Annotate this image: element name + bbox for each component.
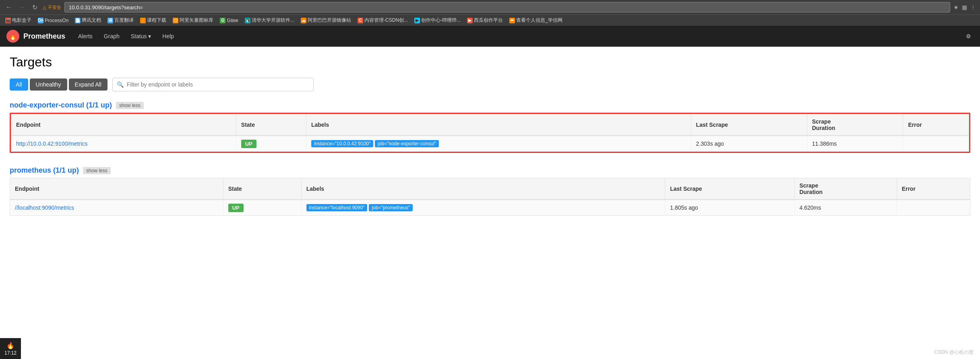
bookmark-favicon: 📄 — [75, 18, 81, 23]
filter-btn-expand-all[interactable]: Expand All — [69, 78, 108, 91]
th-scrape-duration: Scrape Duration — [794, 178, 897, 200]
nav-link-help[interactable]: Help — [157, 31, 179, 42]
bookmark-label: 腾讯文档 — [82, 17, 101, 24]
table-row: //localhost:9090/metricsUPinstance="loca… — [10, 200, 970, 216]
last-scrape: 1.805s ago — [665, 200, 794, 216]
nav-links: AlertsGraphStatus ▾Help — [73, 31, 179, 42]
search-input[interactable] — [127, 81, 309, 88]
bookmark-item[interactable]: ↓课程下载 — [138, 16, 168, 25]
bookmark-label: 阿里巴巴开源镜像站 — [308, 17, 351, 24]
bookmark-favicon: 🐧 — [245, 18, 250, 23]
show-less-btn-1[interactable]: show less — [83, 167, 111, 174]
bookmark-label: 清华大学开源软件... — [252, 17, 294, 24]
forward-button[interactable]: → — [17, 2, 27, 12]
bookmark-item[interactable]: C内容管理-CSDN创... — [356, 16, 410, 25]
bookmark-item[interactable]: 🐧清华大学开源软件... — [243, 16, 296, 25]
prometheus-navbar: 🔥 Prometheus AlertsGraphStatus ▾Help ⚙ — [0, 26, 980, 47]
bookmark-item[interactable]: GGitee — [218, 17, 240, 24]
bookmark-item[interactable]: 译百度翻译 — [105, 16, 136, 25]
th-state: State — [223, 178, 301, 200]
th-last-scrape: Last Scrape — [665, 178, 794, 200]
filter-btn-all[interactable]: All — [10, 78, 28, 91]
error — [903, 136, 969, 152]
th-labels: Labels — [306, 114, 691, 136]
nav-link-status[interactable]: Status ▾ — [126, 31, 156, 42]
warning-icon: △ — [43, 4, 46, 10]
targets-table-0: EndpointStateLabelsLast ScrapeScrape Dur… — [11, 114, 969, 152]
bookmark-favicon: 译 — [108, 18, 113, 23]
bookmarks-bar: 🎬电影盒子OnProcessOn📄腾讯文档译百度翻译↓课程下载⬡阿里矢量图标库G… — [0, 14, 980, 26]
bookmark-label: 西瓜创作平台 — [474, 17, 503, 24]
bookmark-favicon: ✏ — [509, 18, 515, 23]
browser-toolbar: ← → ↻ △ 不安全 ★ ▦ ⋮ — [0, 0, 980, 14]
th-error: Error — [897, 178, 970, 200]
bookmark-favicon: ⬡ — [173, 18, 178, 23]
nav-link-graph[interactable]: Graph — [99, 31, 124, 42]
th-scrape-duration: Scrape Duration — [807, 114, 903, 136]
bookmark-item[interactable]: ✏查看个人信息_学信网 — [507, 16, 564, 25]
bookmark-favicon: ↓ — [140, 18, 146, 23]
bookmark-label: 课程下载 — [147, 17, 166, 24]
endpoint-link[interactable]: http://10.0.0.42:9100/metrics — [16, 140, 87, 147]
star-icon[interactable]: ★ — [953, 4, 959, 10]
bookmark-favicon: C — [358, 18, 363, 23]
bookmark-favicon: On — [38, 18, 43, 23]
bookmark-favicon: ☁ — [301, 18, 306, 23]
targets-table-1: EndpointStateLabelsLast ScrapeScrape Dur… — [10, 178, 970, 216]
back-button[interactable]: ← — [4, 2, 14, 12]
th-labels: Labels — [301, 178, 665, 200]
bookmark-item[interactable]: 🎬电影盒子 — [3, 16, 33, 25]
bookmark-item[interactable]: OnProcessOn — [36, 17, 70, 24]
bookmark-item[interactable]: ▶创作中心-哔哩哔... — [412, 16, 463, 25]
bookmark-label: 阿里矢量图标库 — [180, 17, 213, 24]
error — [897, 200, 970, 216]
filter-btn-unhealthy[interactable]: Unhealthy — [30, 78, 67, 91]
table-wrapper-0: EndpointStateLabelsLast ScrapeScrape Dur… — [10, 113, 970, 153]
bookmark-favicon: ▶ — [467, 18, 473, 23]
target-groups: node-exporter-consul (1/1 up)show lessEn… — [10, 101, 970, 216]
main-content: Targets AllUnhealthyExpand All 🔍 node-ex… — [0, 47, 980, 248]
group-title-1: prometheus (1/1 up) — [10, 166, 79, 175]
browser-chrome: ← → ↻ △ 不安全 ★ ▦ ⋮ 🎬电影盒子OnProcessOn📄腾讯文档译… — [0, 0, 980, 26]
label-badge: job="prometheus" — [369, 204, 413, 211]
target-group-1: prometheus (1/1 up)show lessEndpointStat… — [10, 166, 970, 216]
address-bar[interactable] — [64, 2, 950, 12]
extensions-icon[interactable]: ▦ — [962, 4, 967, 10]
th-state: State — [236, 114, 306, 136]
bookmark-favicon: ▶ — [414, 18, 420, 23]
settings-icon[interactable]: ⚙ — [963, 31, 974, 42]
bookmark-item[interactable]: ▶西瓜创作平台 — [465, 16, 505, 25]
th-last-scrape: Last Scrape — [691, 114, 807, 136]
bookmark-label: 百度翻译 — [114, 17, 134, 24]
endpoint-link[interactable]: //localhost:9090/metrics — [15, 204, 74, 211]
label-badge: instance="localhost:9090" — [306, 204, 368, 211]
filter-buttons: AllUnhealthyExpand All — [10, 78, 108, 91]
label-badge: job="node-exporter-consul" — [375, 140, 439, 147]
security-label: 不安全 — [48, 4, 61, 10]
bookmark-label: ProcessOn — [45, 18, 68, 23]
bookmark-label: 创作中心-哔哩哔... — [421, 17, 461, 24]
scrape-duration: 11.386ms — [807, 136, 903, 152]
page-title: Targets — [10, 55, 970, 70]
target-group-0: node-exporter-consul (1/1 up)show lessEn… — [10, 101, 970, 154]
label-badge: instance="10.0.0.42:9100" — [311, 140, 373, 147]
search-icon: 🔍 — [117, 81, 124, 88]
search-wrapper: 🔍 — [112, 78, 314, 91]
bookmark-favicon: 🎬 — [5, 18, 11, 23]
bookmark-item[interactable]: ⬡阿里矢量图标库 — [171, 16, 215, 25]
scrape-duration: 4.620ms — [794, 200, 897, 216]
reload-button[interactable]: ↻ — [30, 2, 39, 12]
state-badge: UP — [228, 204, 244, 212]
bookmark-label: 电影盒子 — [12, 17, 31, 24]
bookmark-item[interactable]: ☁阿里巴巴开源镜像站 — [299, 16, 353, 25]
security-indicator: △ 不安全 — [43, 4, 61, 10]
group-title-0: node-exporter-consul (1/1 up) — [10, 101, 112, 109]
bookmark-item[interactable]: 📄腾讯文档 — [73, 16, 103, 25]
th-endpoint: Endpoint — [10, 178, 223, 200]
show-less-btn-0[interactable]: show less — [116, 102, 144, 109]
bookmark-label: 内容管理-CSDN创... — [364, 17, 408, 24]
nav-link-alerts[interactable]: Alerts — [73, 31, 97, 42]
table-row: http://10.0.0.42:9100/metricsUPinstance=… — [11, 136, 969, 152]
menu-icon[interactable]: ⋮ — [970, 4, 976, 10]
prometheus-logo: 🔥 — [6, 30, 19, 43]
